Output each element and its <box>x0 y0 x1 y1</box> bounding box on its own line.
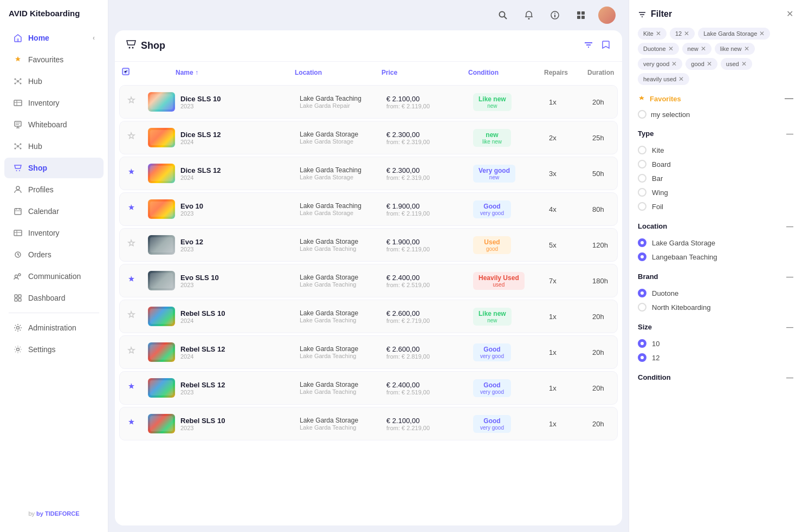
type-foil-radio[interactable] <box>638 202 646 211</box>
item-year: 2024 <box>180 174 300 181</box>
filter-brand-duotone[interactable]: Duotone <box>638 286 793 300</box>
info-icon[interactable] <box>546 7 564 24</box>
sidebar-item-shop-label: Shop <box>28 164 47 172</box>
sidebar-item-profiles[interactable]: Profiles <box>4 179 104 200</box>
location-lake-radio[interactable] <box>638 238 646 247</box>
item-name: Evo 12 <box>180 238 300 246</box>
filter-type-board[interactable]: Board <box>638 157 793 171</box>
sidebar-collapse-btn[interactable]: ‹ <box>93 34 95 42</box>
star-button[interactable] <box>126 239 148 251</box>
user-avatar[interactable] <box>598 7 616 24</box>
star-button[interactable] <box>126 167 148 179</box>
grid-icon[interactable] <box>572 7 590 24</box>
calendar-icon <box>13 206 23 216</box>
filter-tag-good[interactable]: good ✕ <box>685 58 717 70</box>
th-duration[interactable]: Duration <box>587 69 622 76</box>
item-condition-sub: new <box>478 103 506 109</box>
sidebar-item-shop[interactable]: Shop <box>4 158 104 178</box>
filter-brand-header[interactable]: Brand — <box>638 273 793 281</box>
filter-type-foil[interactable]: Foil <box>638 199 793 213</box>
star-button[interactable] <box>126 275 148 287</box>
type-kite-radio[interactable] <box>638 146 646 154</box>
type-board-radio[interactable] <box>638 160 646 168</box>
filter-tag-12[interactable]: 12 ✕ <box>670 28 695 40</box>
my-selection-radio[interactable] <box>638 110 646 119</box>
size-12-radio[interactable] <box>638 353 646 362</box>
th-repairs[interactable]: Repairs <box>544 69 587 76</box>
bell-icon[interactable] <box>520 7 538 24</box>
filter-size-12[interactable]: 12 <box>638 351 793 365</box>
th-location[interactable]: Location <box>295 69 381 76</box>
search-icon[interactable] <box>494 7 512 24</box>
filter-tag-like-new[interactable]: like new ✕ <box>715 43 755 55</box>
star-button[interactable] <box>126 132 148 144</box>
filter-tag-duotone[interactable]: Duotone ✕ <box>638 43 679 55</box>
item-name: Rebel SLS 10 <box>180 309 300 317</box>
item-condition-sub: very good <box>478 389 506 395</box>
table-header: Name ↑ Location Price Condition Repairs … <box>115 62 622 83</box>
th-condition[interactable]: Condition <box>468 69 544 76</box>
filter-close-button[interactable]: ✕ <box>786 9 793 19</box>
filter-my-selection[interactable]: my selection <box>638 108 793 121</box>
item-duration: 50h <box>592 170 622 178</box>
star-button[interactable] <box>126 310 148 322</box>
type-wing-radio[interactable] <box>638 188 646 197</box>
sidebar-item-inventory1-label: Inventory <box>28 99 60 107</box>
brand-north-radio[interactable] <box>638 303 646 312</box>
item-location-cell: Lake Garda Storage Lake Garda Teaching <box>300 274 386 288</box>
filter-location-langebaan[interactable]: Langebaan Teaching <box>638 250 793 264</box>
bookmark-icon[interactable] <box>600 40 611 53</box>
filter-tag-very-good[interactable]: very good ✕ <box>638 58 682 70</box>
sidebar-item-orders[interactable]: Orders <box>4 244 104 265</box>
star-button[interactable] <box>126 418 148 430</box>
filter-tag-kite[interactable]: Kite ✕ <box>638 28 667 40</box>
star-button[interactable] <box>126 203 148 215</box>
filter-type-bar[interactable]: Bar <box>638 171 793 185</box>
filter-type-header[interactable]: Type — <box>638 129 793 138</box>
sidebar-item-hub2[interactable]: Hub <box>4 136 104 157</box>
filter-location-lake[interactable]: Lake Garda Storage <box>638 236 793 250</box>
filter-toggle-button[interactable] <box>583 40 594 53</box>
item-condition-cell: Good very good <box>473 200 549 218</box>
sidebar-item-communication[interactable]: Communication <box>4 266 104 287</box>
home-icon <box>13 33 23 43</box>
filter-tag-used[interactable]: used ✕ <box>721 58 752 70</box>
type-bar-radio[interactable] <box>638 174 646 183</box>
filter-size-10[interactable]: 10 <box>638 336 793 351</box>
th-price[interactable]: Price <box>381 69 468 76</box>
item-year: 2023 <box>180 103 300 109</box>
sidebar-item-whiteboard-label: Whiteboard <box>28 120 67 129</box>
location-langebaan-radio[interactable] <box>638 252 646 261</box>
star-button[interactable] <box>126 382 148 394</box>
th-name[interactable]: Name ↑ <box>176 69 295 76</box>
sidebar-item-dashboard[interactable]: Dashboard <box>4 288 104 308</box>
filter-condition-header[interactable]: Condition — <box>638 373 793 381</box>
filter-type-wing[interactable]: Wing <box>638 185 793 199</box>
filter-size-header[interactable]: Size — <box>638 323 793 331</box>
filter-type-kite[interactable]: Kite <box>638 143 793 157</box>
sidebar-item-inventory1[interactable]: Inventory <box>4 93 104 113</box>
sidebar-item-home[interactable]: Home ‹ <box>4 28 104 48</box>
inventory2-icon <box>13 228 23 238</box>
item-condition-badge: new like new <box>473 129 511 147</box>
sidebar-item-whiteboard[interactable]: Whiteboard <box>4 114 104 135</box>
sidebar-item-hub1[interactable]: Hub <box>4 71 104 92</box>
sidebar-item-settings[interactable]: Settings <box>4 339 104 360</box>
filter-tag-heavily-used[interactable]: heavily used ✕ <box>638 73 689 85</box>
star-button[interactable] <box>126 346 148 358</box>
filter-tag-new[interactable]: new ✕ <box>682 43 712 55</box>
size-10-radio[interactable] <box>638 339 646 348</box>
sidebar-item-settings-label: Settings <box>28 345 56 354</box>
sidebar-item-favourites[interactable]: Favourites <box>4 49 104 70</box>
filter-tag-lake-garda-storage[interactable]: Lake Garda Storage ✕ <box>698 28 770 40</box>
item-condition-badge: Good very good <box>473 200 511 218</box>
svg-line-9 <box>18 81 21 83</box>
brand-duotone-radio[interactable] <box>638 289 646 297</box>
filter-location-header[interactable]: Location — <box>638 222 793 230</box>
star-icon <box>13 55 23 64</box>
filter-brand-north[interactable]: North Kiteboarding <box>638 300 793 314</box>
sidebar-item-calendar[interactable]: Calendar <box>4 201 104 222</box>
sidebar-item-inventory2[interactable]: Inventory <box>4 223 104 243</box>
star-button[interactable] <box>126 96 148 108</box>
sidebar-item-administration[interactable]: Administration <box>4 317 104 338</box>
